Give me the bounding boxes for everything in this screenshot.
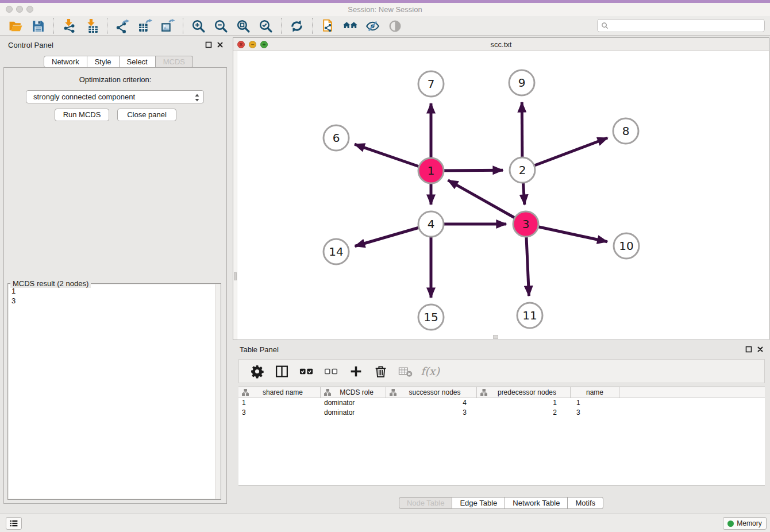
table-cell[interactable]: dominator — [321, 398, 386, 408]
graph-node-11[interactable]: 11 — [517, 303, 542, 328]
home-icon[interactable] — [342, 18, 358, 34]
zoom-out-icon[interactable] — [213, 18, 229, 34]
import-network-icon[interactable] — [61, 18, 77, 34]
column-header-predecessor-nodes[interactable]: predecessor nodes — [477, 387, 571, 398]
float-panel-icon[interactable] — [205, 41, 212, 48]
table-cell[interactable]: 3 — [238, 408, 321, 418]
search-input[interactable] — [609, 20, 764, 31]
graph-node-2[interactable]: 2 — [510, 157, 535, 183]
svg-text:8: 8 — [622, 124, 630, 138]
optimization-criterion-label: Optimization criterion: — [4, 75, 226, 84]
float-panel-icon[interactable] — [745, 346, 752, 353]
columns-icon[interactable] — [274, 364, 290, 379]
graph-node-1[interactable]: 1 — [418, 158, 444, 183]
graph-node-15[interactable]: 15 — [418, 304, 444, 330]
zoom-fit-icon[interactable] — [236, 18, 251, 34]
tab-network[interactable]: Network — [44, 56, 87, 68]
edge-2-8[interactable] — [522, 138, 607, 170]
horizontal-scroll-handle[interactable] — [493, 335, 498, 339]
graph-node-10[interactable]: 10 — [614, 233, 639, 259]
graph-node-6[interactable]: 6 — [324, 125, 349, 151]
export-network-icon[interactable] — [115, 18, 130, 34]
search-icon — [601, 22, 609, 29]
tab-motifs[interactable]: Motifs — [568, 497, 603, 509]
select-all-icon[interactable] — [299, 364, 314, 379]
dropdown-stepper-icon — [194, 92, 201, 102]
tab-edge-table[interactable]: Edge Table — [452, 497, 505, 509]
table-cell[interactable]: 1 — [238, 398, 321, 408]
mcds-result-group: 1 3 MCDS result (2 nodes) — [7, 283, 221, 500]
network-canvas[interactable]: 7968124314101511 — [233, 51, 769, 340]
table-cell[interactable]: 2 — [477, 408, 571, 418]
close-panel-icon[interactable] — [757, 346, 764, 353]
deselect-all-icon[interactable] — [324, 364, 339, 379]
column-header-name[interactable]: name — [571, 387, 619, 398]
function-icon: f(x) — [422, 364, 438, 379]
column-header-MCDS-role[interactable]: MCDS role — [321, 387, 386, 398]
vertical-scroll-handle[interactable] — [234, 272, 237, 280]
window-title: Session: New Session — [0, 5, 770, 14]
hierarchy-icon — [242, 389, 249, 396]
node-table: shared nameMCDS rolesuccessor nodesprede… — [238, 387, 765, 485]
table-cell[interactable]: 1 — [477, 398, 571, 408]
table-cell[interactable]: 4 — [386, 398, 477, 408]
open-folder-icon[interactable] — [8, 18, 24, 34]
hierarchy-icon — [324, 389, 331, 396]
column-label: name — [574, 388, 619, 396]
graph-node-9[interactable]: 9 — [509, 70, 534, 95]
delete-icon[interactable] — [373, 364, 388, 379]
add-icon[interactable] — [348, 364, 364, 379]
export-table-icon[interactable] — [137, 18, 153, 34]
gear-icon[interactable] — [249, 364, 265, 379]
control-panel: Control Panel NetworkStyleSelectMCDS Opt… — [0, 36, 230, 507]
tab-mcds[interactable]: MCDS — [156, 56, 193, 68]
import-table-icon[interactable] — [84, 18, 99, 34]
hide-panel-icon[interactable] — [365, 18, 380, 34]
result-scrollbar[interactable] — [215, 284, 220, 499]
table-row[interactable]: 1dominator411 — [238, 398, 765, 408]
svg-text:4: 4 — [428, 217, 435, 231]
clone-network-icon[interactable] — [320, 18, 336, 34]
toolbar-separator — [53, 18, 54, 34]
table-panel-tabs: Node TableEdge TableNetwork TableMotifs — [399, 497, 603, 509]
graph-node-3[interactable]: 3 — [513, 211, 538, 237]
delete-table-icon — [398, 364, 413, 379]
task-history-button[interactable] — [6, 517, 22, 530]
mcds-result-textarea[interactable]: 1 3 — [9, 284, 220, 499]
tab-select[interactable]: Select — [120, 56, 156, 68]
criterion-dropdown[interactable]: strongly connected component — [26, 90, 204, 103]
svg-text:14: 14 — [329, 245, 343, 259]
mcds-result-values: 1 3 — [11, 286, 16, 306]
table-cell[interactable]: dominator — [321, 408, 386, 418]
save-icon[interactable] — [30, 18, 46, 34]
table-cell[interactable]: 1 — [571, 398, 619, 408]
search-box[interactable] — [597, 19, 765, 32]
close-panel-icon[interactable] — [217, 41, 224, 48]
table-row[interactable]: 3dominator323 — [238, 408, 765, 418]
table-cell[interactable]: 3 — [571, 408, 619, 418]
column-label: successor nodes — [396, 388, 476, 396]
export-image-icon[interactable] — [160, 18, 175, 34]
tab-style[interactable]: Style — [87, 56, 120, 68]
close-panel-button[interactable]: Close panel — [117, 109, 176, 121]
column-header-shared-name[interactable]: shared name — [238, 387, 321, 398]
graph-node-4[interactable]: 4 — [418, 211, 444, 237]
control-panel-title: Control Panel — [8, 41, 53, 49]
refresh-layout-icon[interactable] — [289, 18, 305, 34]
column-header-successor-nodes[interactable]: successor nodes — [386, 387, 477, 398]
tab-node-table[interactable]: Node Table — [399, 497, 453, 509]
zoom-selected-icon[interactable] — [258, 18, 274, 34]
table-cell[interactable]: 3 — [386, 408, 477, 418]
svg-text:1: 1 — [428, 164, 435, 178]
graph-node-7[interactable]: 7 — [418, 71, 444, 97]
run-mcds-button[interactable]: Run MCDS — [55, 109, 109, 121]
table-body: 1dominator4113dominator323 — [238, 398, 765, 418]
zoom-in-icon[interactable] — [191, 18, 206, 34]
vertical-scrollbar[interactable] — [233, 51, 237, 340]
mcds-panel: Optimization criterion: strongly connect… — [3, 67, 227, 504]
tab-network-table[interactable]: Network Table — [505, 497, 568, 509]
graph-node-14[interactable]: 14 — [324, 239, 349, 264]
network-window-titlebar[interactable]: ×–+ scc.txt — [233, 38, 769, 51]
memory-button[interactable]: Memory — [723, 517, 767, 530]
graph-node-8[interactable]: 8 — [613, 118, 638, 144]
